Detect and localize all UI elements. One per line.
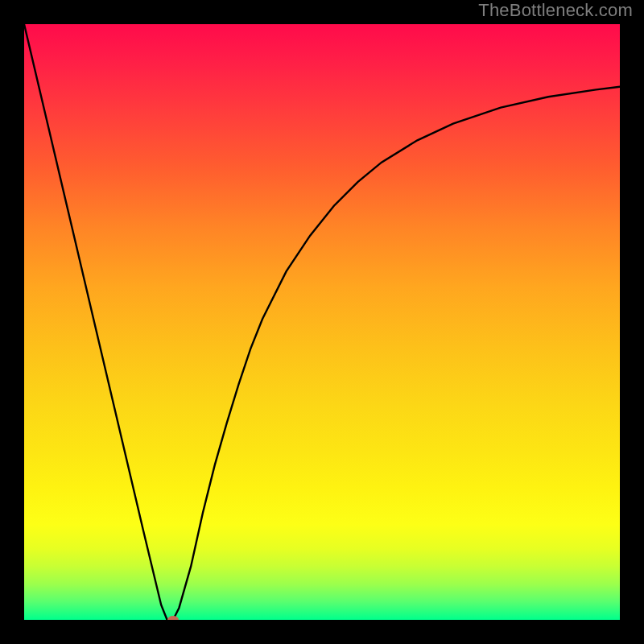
data-marker bbox=[167, 616, 179, 620]
chart-frame: TheBottleneck.com bbox=[0, 0, 644, 644]
plot-area bbox=[24, 24, 620, 620]
watermark-label: TheBottleneck.com bbox=[478, 0, 633, 21]
line-curve bbox=[24, 24, 620, 620]
